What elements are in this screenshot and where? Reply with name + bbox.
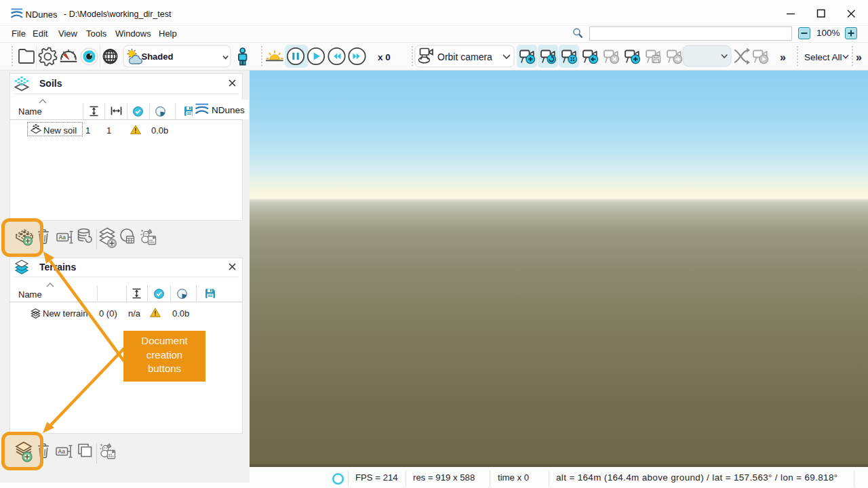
svg-text:»: »: [780, 52, 786, 63]
svg-text:Orbit camera: Orbit camera: [437, 52, 492, 62]
svg-text:»: »: [856, 52, 862, 63]
svg-text:Select All: Select All: [804, 52, 842, 62]
svg-text:x 0: x 0: [378, 52, 391, 62]
svg-text:Shaded: Shaded: [142, 52, 174, 62]
